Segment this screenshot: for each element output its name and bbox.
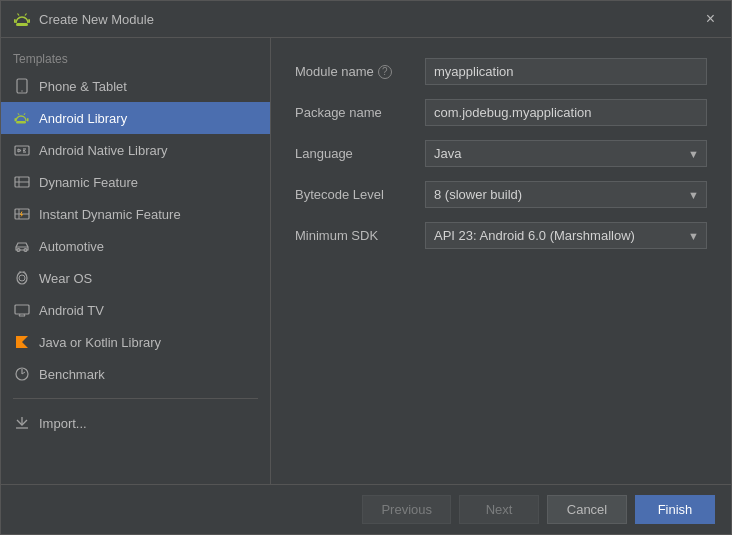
automotive-icon (13, 237, 31, 255)
sidebar-item-android-library[interactable]: Android Library (1, 102, 270, 134)
sidebar-item-wear-os[interactable]: Wear OS (1, 262, 270, 294)
sidebar-item-wear-os-label: Wear OS (39, 271, 92, 286)
svg-rect-16 (15, 146, 29, 155)
package-name-input[interactable] (425, 99, 707, 126)
min-sdk-select-wrapper: API 23: Android 6.0 (Marshmallow) API 21… (425, 222, 707, 249)
close-button[interactable]: × (702, 9, 719, 29)
sidebar: Templates Phone & Tablet (1, 38, 271, 484)
bytecode-level-label: Bytecode Level (295, 187, 425, 202)
bytecode-select-wrapper: 8 (slower build) 7 6 ▼ (425, 181, 707, 208)
svg-rect-15 (27, 118, 29, 122)
dynamic-feature-icon (13, 173, 31, 191)
import-icon (13, 414, 31, 432)
dialog-content: Templates Phone & Tablet (1, 38, 731, 484)
sidebar-item-dynamic-feature-label: Dynamic Feature (39, 175, 138, 190)
svg-line-12 (24, 113, 25, 115)
minimum-sdk-row: Minimum SDK API 23: Android 6.0 (Marshma… (295, 222, 707, 249)
title-bar: Create New Module × (1, 1, 731, 38)
svg-rect-4 (16, 23, 28, 26)
android-native-library-icon (13, 141, 31, 159)
finish-button[interactable]: Finish (635, 495, 715, 524)
package-name-row: Package name (295, 99, 707, 126)
sidebar-item-java-kotlin-library[interactable]: Java or Kotlin Library (1, 326, 270, 358)
sidebar-item-benchmark-label: Benchmark (39, 367, 105, 382)
android-library-icon (13, 109, 31, 127)
language-select-wrapper: Java Kotlin ▼ (425, 140, 707, 167)
sidebar-item-android-tv-label: Android TV (39, 303, 104, 318)
svg-point-10 (23, 116, 24, 117)
sidebar-item-phone-tablet[interactable]: Phone & Tablet (1, 70, 270, 102)
wear-os-icon (13, 269, 31, 287)
sidebar-item-phone-tablet-label: Phone & Tablet (39, 79, 127, 94)
bytecode-level-row: Bytecode Level 8 (slower build) 7 6 ▼ (295, 181, 707, 208)
sidebar-item-automotive[interactable]: Automotive (1, 230, 270, 262)
sidebar-import-label: Import... (39, 416, 87, 431)
android-icon (13, 10, 31, 28)
cancel-button[interactable]: Cancel (547, 495, 627, 524)
svg-line-2 (18, 14, 20, 16)
sidebar-item-java-kotlin-library-label: Java or Kotlin Library (39, 335, 161, 350)
svg-rect-14 (15, 118, 17, 122)
android-tv-icon (13, 301, 31, 319)
svg-rect-5 (14, 19, 16, 23)
sidebar-divider (13, 398, 258, 399)
sidebar-item-instant-dynamic-feature[interactable]: Instant Dynamic Feature (1, 198, 270, 230)
sidebar-item-android-native-library-label: Android Native Library (39, 143, 168, 158)
instant-dynamic-feature-icon (13, 205, 31, 223)
sidebar-item-benchmark[interactable]: Benchmark (1, 358, 270, 390)
sidebar-section-label: Templates (1, 46, 270, 70)
sidebar-item-android-library-label: Android Library (39, 111, 127, 126)
next-button[interactable]: Next (459, 495, 539, 524)
module-name-label: Module name ? (295, 64, 425, 79)
svg-point-8 (21, 90, 22, 91)
benchmark-icon (13, 365, 31, 383)
title-bar-left: Create New Module (13, 10, 154, 28)
language-select[interactable]: Java Kotlin (425, 140, 707, 167)
module-name-input[interactable] (425, 58, 707, 85)
svg-rect-6 (28, 19, 30, 23)
language-label: Language (295, 146, 425, 161)
footer: Previous Next Cancel Finish (1, 484, 731, 534)
language-row: Language Java Kotlin ▼ (295, 140, 707, 167)
bytecode-level-select[interactable]: 8 (slower build) 7 6 (425, 181, 707, 208)
svg-line-3 (25, 14, 27, 16)
sidebar-item-android-tv[interactable]: Android TV (1, 294, 270, 326)
svg-point-9 (19, 116, 20, 117)
sidebar-item-instant-dynamic-feature-label: Instant Dynamic Feature (39, 207, 181, 222)
sidebar-import[interactable]: Import... (1, 407, 270, 439)
minimum-sdk-label: Minimum SDK (295, 228, 425, 243)
minimum-sdk-select[interactable]: API 23: Android 6.0 (Marshmallow) API 21… (425, 222, 707, 249)
main-panel: Module name ? Package name Language (271, 38, 731, 484)
svg-point-0 (19, 17, 21, 19)
dialog-title: Create New Module (39, 12, 154, 27)
module-name-row: Module name ? (295, 58, 707, 85)
package-name-label: Package name (295, 105, 425, 120)
sidebar-item-android-native-library[interactable]: Android Native Library (1, 134, 270, 166)
create-new-module-dialog: Create New Module × Templates Phone & Ta… (0, 0, 732, 535)
sidebar-item-dynamic-feature[interactable]: Dynamic Feature (1, 166, 270, 198)
module-name-help-icon[interactable]: ? (378, 65, 392, 79)
java-kotlin-library-icon (13, 333, 31, 351)
svg-rect-13 (16, 121, 26, 124)
svg-point-33 (19, 275, 25, 281)
svg-point-1 (24, 17, 26, 19)
svg-line-11 (18, 113, 19, 115)
phone-tablet-icon (13, 77, 31, 95)
svg-rect-36 (15, 305, 29, 314)
sidebar-item-automotive-label: Automotive (39, 239, 104, 254)
svg-marker-40 (16, 336, 28, 348)
previous-button[interactable]: Previous (362, 495, 451, 524)
